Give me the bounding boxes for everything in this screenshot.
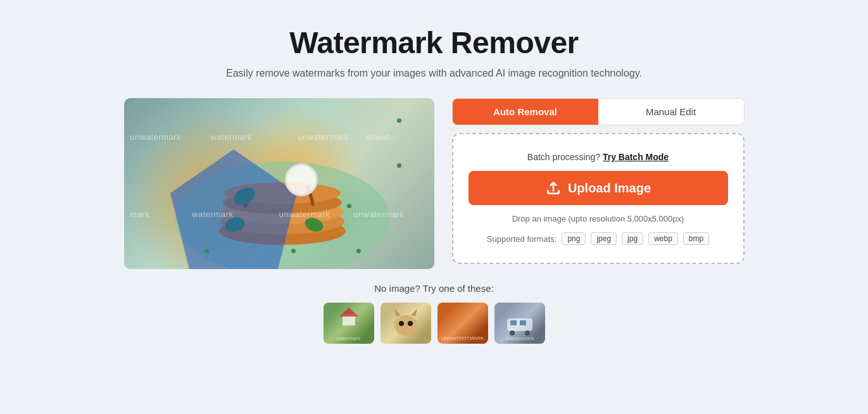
upload-drop-zone[interactable]: Batch processing? Try Batch Mode Upload … xyxy=(452,133,745,264)
samples-row: watermark UNWATPOTMARK xyxy=(324,303,545,344)
svg-marker-10 xyxy=(394,309,401,317)
mode-tabs: Auto Removal Manual Edit xyxy=(452,98,745,125)
tab-auto-removal[interactable]: Auto Removal xyxy=(453,99,598,125)
sample-image-2[interactable] xyxy=(381,303,431,344)
tab-manual-edit[interactable]: Manual Edit xyxy=(598,99,744,125)
upload-image-button[interactable]: Upload Image xyxy=(469,171,728,205)
format-badge-jpeg: jpeg xyxy=(591,232,617,245)
subtitle: Easily remove watermarks from your image… xyxy=(226,68,642,79)
svg-point-19 xyxy=(525,330,530,336)
sample-image-4[interactable]: unwatermark xyxy=(494,303,545,344)
sample-wm-3: UNWATPOTMARK xyxy=(437,336,488,341)
format-badge-bmp: bmp xyxy=(683,232,709,245)
svg-point-12 xyxy=(399,321,404,326)
main-content: unwatermark watermark unwatermark unwat.… xyxy=(124,98,745,269)
svg-marker-11 xyxy=(411,309,417,317)
white-circle-overlay xyxy=(285,163,318,196)
right-panel: Auto Removal Manual Edit Batch processin… xyxy=(452,98,745,264)
batch-label: Batch processing? xyxy=(527,152,600,162)
svg-rect-17 xyxy=(520,320,526,325)
supported-formats-row: Supported formats: png jpeg jpg webp bmp xyxy=(487,232,709,245)
format-badge-jpg: jpg xyxy=(622,232,643,245)
sample-image-1[interactable]: watermark xyxy=(324,303,374,344)
samples-section: No image? Try one of these: watermark UN… xyxy=(124,283,745,344)
svg-rect-16 xyxy=(510,320,517,325)
svg-point-13 xyxy=(408,321,413,326)
detection-dot-6 xyxy=(356,249,361,253)
format-badge-webp: webp xyxy=(648,232,678,245)
image-preview-panel: unwatermark watermark unwatermark unwat.… xyxy=(124,98,434,269)
sample-image-3[interactable]: UNWATPOTMARK xyxy=(437,303,488,344)
formats-label: Supported formats: xyxy=(487,234,557,244)
upload-button-label: Upload Image xyxy=(568,181,651,196)
batch-mode-link[interactable]: Try Batch Mode xyxy=(603,152,669,162)
drop-hint-text: Drop an image (upto resolution 5,000x5,0… xyxy=(512,214,684,223)
sample-wm-1: watermark xyxy=(324,336,374,341)
svg-point-14 xyxy=(403,326,408,330)
detection-dot-2 xyxy=(397,163,401,168)
batch-processing-text: Batch processing? Try Batch Mode xyxy=(527,152,669,162)
cat-icon xyxy=(381,303,431,344)
samples-label: No image? Try one of these: xyxy=(374,283,493,294)
upload-icon xyxy=(545,180,562,196)
page-title: Watermark Remover xyxy=(289,25,579,60)
format-badge-png: png xyxy=(562,232,586,245)
house-icon xyxy=(339,308,358,325)
svg-point-9 xyxy=(394,315,417,336)
detection-dot-4 xyxy=(204,249,209,253)
detection-dot-5 xyxy=(291,249,296,253)
sample-wm-4: unwatermark xyxy=(494,336,545,341)
svg-point-18 xyxy=(510,330,515,336)
